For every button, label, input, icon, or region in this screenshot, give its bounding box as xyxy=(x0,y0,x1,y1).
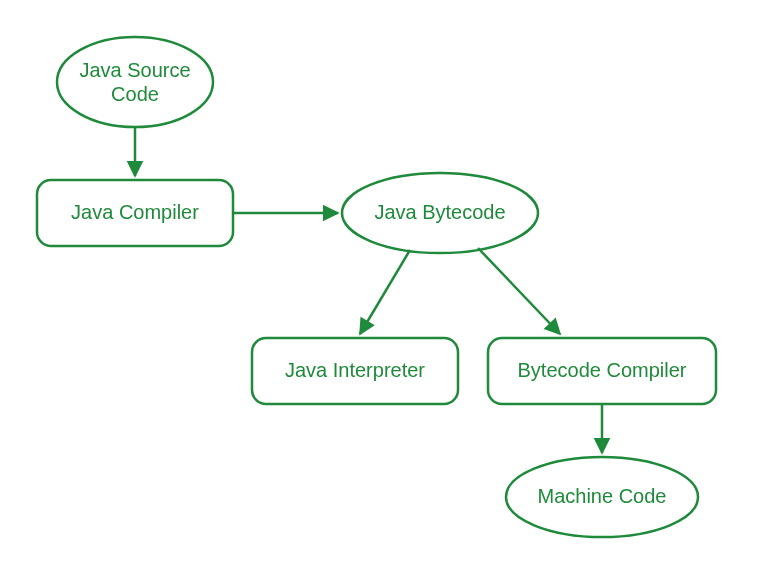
node-bytecode-compiler-label: Bytecode Compiler xyxy=(518,359,687,381)
node-java-source-code-label-l1: Java Source xyxy=(79,59,190,81)
node-java-bytecode: Java Bytecode xyxy=(342,173,538,253)
edge-bytecode-to-interpreter xyxy=(360,250,410,334)
edge-bytecode-to-bcc xyxy=(478,248,560,334)
compilation-flow-diagram: Java Source Code Java Compiler Java Byte… xyxy=(0,0,768,581)
node-machine-code-label: Machine Code xyxy=(538,485,667,507)
node-machine-code: Machine Code xyxy=(506,457,698,537)
node-java-bytecode-label: Java Bytecode xyxy=(374,201,505,223)
node-java-source-code-label-l2: Code xyxy=(111,83,159,105)
svg-point-0 xyxy=(57,37,213,127)
node-java-interpreter-label: Java Interpreter xyxy=(285,359,425,381)
node-java-compiler-label: Java Compiler xyxy=(71,201,199,223)
node-bytecode-compiler: Bytecode Compiler xyxy=(488,338,716,404)
node-java-source-code: Java Source Code xyxy=(57,37,213,127)
node-java-interpreter: Java Interpreter xyxy=(252,338,458,404)
node-java-compiler: Java Compiler xyxy=(37,180,233,246)
